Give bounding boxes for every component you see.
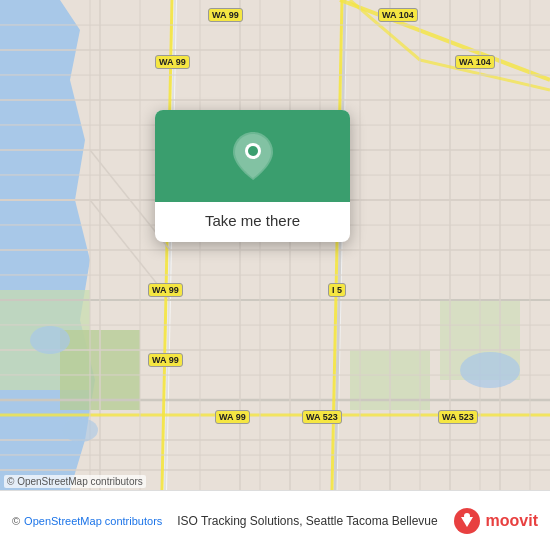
moovit-text: moovit bbox=[486, 512, 538, 530]
moovit-logo: moovit bbox=[453, 507, 538, 535]
map-svg bbox=[0, 0, 550, 490]
location-pin-icon bbox=[233, 132, 273, 184]
bottom-bar: © OpenStreetMap contributors ISO Trackin… bbox=[0, 490, 550, 550]
popup-card-bottom: Take me there bbox=[155, 202, 350, 242]
svg-point-52 bbox=[460, 352, 520, 388]
openstreetmap-link[interactable]: OpenStreetMap contributors bbox=[24, 515, 162, 527]
map-container: WA 99 WA 104 WA 99 WA 104 WA 99 I 5 WA 9… bbox=[0, 0, 550, 490]
copyright-symbol: © bbox=[12, 515, 20, 527]
svg-point-54 bbox=[62, 418, 98, 442]
moovit-icon bbox=[453, 507, 481, 535]
popup-card: Take me there bbox=[155, 110, 350, 242]
bottom-left: © OpenStreetMap contributors bbox=[12, 515, 162, 527]
popup-card-top bbox=[155, 110, 350, 202]
svg-point-56 bbox=[248, 146, 258, 156]
bottom-title: ISO Tracking Solutions, Seattle Tacoma B… bbox=[162, 514, 452, 528]
svg-point-59 bbox=[464, 513, 470, 519]
svg-point-53 bbox=[30, 326, 70, 354]
map-attribution: © OpenStreetMap contributors bbox=[4, 475, 146, 488]
take-me-there-button[interactable]: Take me there bbox=[205, 212, 300, 229]
